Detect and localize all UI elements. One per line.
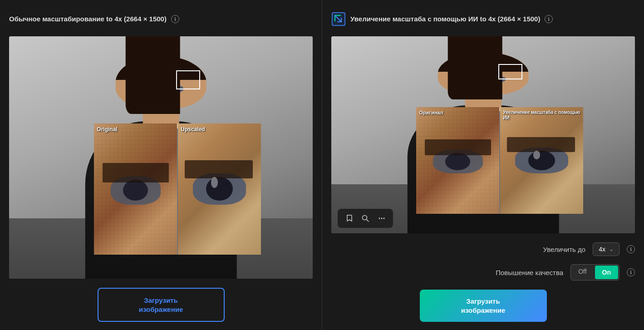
- quality-info-icon[interactable]: ℹ: [627, 268, 635, 276]
- zoom-label-ai-r: Увеличение масштаба с помощью ИИ: [503, 110, 583, 121]
- eyebrow-up: [185, 160, 253, 178]
- left-info-icon[interactable]: ℹ: [171, 15, 179, 23]
- zoom-label-original-r: Оригинал: [419, 110, 443, 115]
- right-panel-title: Увеличение масштаба с помощью ИИ to 4x (…: [350, 15, 540, 24]
- zoom-indicator-left: [176, 70, 201, 90]
- svg-point-5: [379, 218, 380, 219]
- left-photo-bg: Original Upscaled: [9, 36, 313, 279]
- upscale-ai-icon: [331, 12, 346, 26]
- zoom-left-half: Original: [94, 123, 177, 254]
- pupil-up: [206, 177, 233, 201]
- left-download-button[interactable]: Загрузить изображение: [98, 288, 225, 322]
- more-options-icon: [378, 214, 386, 222]
- bookmark-button[interactable]: [342, 212, 356, 225]
- right-download-button[interactable]: Загрузить изображение: [420, 290, 547, 322]
- quality-toggle[interactable]: Off On: [570, 264, 619, 281]
- controls-section: Увеличить до 4x ⌄ ℹ Повышение качества O…: [331, 233, 635, 281]
- scale-info-icon[interactable]: ℹ: [627, 245, 635, 253]
- toggle-off-option[interactable]: Off: [571, 265, 594, 280]
- zoom-label-upscaled: Upscaled: [181, 126, 205, 133]
- scale-label: Увеличить до: [543, 246, 586, 253]
- eyebrow-orig: [103, 163, 169, 182]
- eye-highlight: [211, 177, 218, 187]
- right-info-icon[interactable]: ℹ: [545, 15, 553, 23]
- scale-control-row: Увеличить до 4x ⌄ ℹ: [331, 242, 635, 256]
- zoom-right-left-half: Оригинал: [416, 107, 499, 213]
- left-panel-title: Обычное масштабирование to 4x (2664 × 15…: [9, 15, 167, 24]
- eyebrow-orig-r: [425, 139, 491, 155]
- left-panel-header: Обычное масштабирование to 4x (2664 × 15…: [9, 8, 313, 30]
- svg-line-4: [367, 220, 369, 222]
- hair-flow-left: [125, 36, 180, 114]
- scale-dropdown[interactable]: 4x ⌄: [593, 242, 619, 256]
- scale-value: 4x: [599, 246, 605, 253]
- right-btn-area: Загрузить изображение: [331, 290, 635, 322]
- bookmark-icon: [345, 214, 353, 222]
- right-panel: Увеличение масштаба с помощью ИИ to 4x (…: [322, 0, 644, 330]
- left-panel: Обычное масштабирование to 4x (2664 × 15…: [0, 0, 322, 330]
- quality-label: Повышение качества: [496, 269, 563, 276]
- zoom-indicator-right: [498, 64, 523, 80]
- pupil-orig-r: [445, 153, 470, 170]
- right-photo-bg: Оригинал Увеличение масштаба с помощью И…: [331, 36, 635, 233]
- zoom-right-right-half: Увеличение масштаба с помощью ИИ: [500, 107, 583, 213]
- svg-point-7: [383, 218, 385, 219]
- zoom-label-original: Original: [97, 126, 117, 133]
- zoom-expanded-right: Оригинал Увеличение масштаба с помощью И…: [416, 107, 583, 213]
- image-toolbar: [338, 209, 393, 228]
- right-image-area: Оригинал Увеличение масштаба с помощью И…: [331, 36, 635, 233]
- dropdown-arrow: ⌄: [609, 246, 614, 252]
- zoom-right-half: Upscaled: [178, 123, 261, 254]
- eyebrow-up-r: [507, 137, 575, 152]
- left-image-area: Original Upscaled: [9, 36, 313, 279]
- left-btn-area: Загрузить изображение: [9, 288, 313, 322]
- quality-control-row: Повышение качества Off On ℹ: [331, 264, 635, 281]
- right-panel-header: Увеличение масштаба с помощью ИИ to 4x (…: [331, 8, 635, 30]
- toggle-on-option[interactable]: On: [595, 266, 618, 279]
- more-options-button[interactable]: [375, 212, 388, 225]
- search-zoom-icon: [361, 214, 369, 222]
- hair-flow-right: [447, 36, 502, 99]
- pupil-up-r: [528, 151, 555, 170]
- search-zoom-button[interactable]: [359, 212, 372, 225]
- right-panel-content: Увеличение масштаба с помощью ИИ to 4x (…: [331, 8, 635, 322]
- zoom-expanded-left: Original Upscaled: [94, 123, 261, 254]
- svg-point-6: [381, 218, 383, 219]
